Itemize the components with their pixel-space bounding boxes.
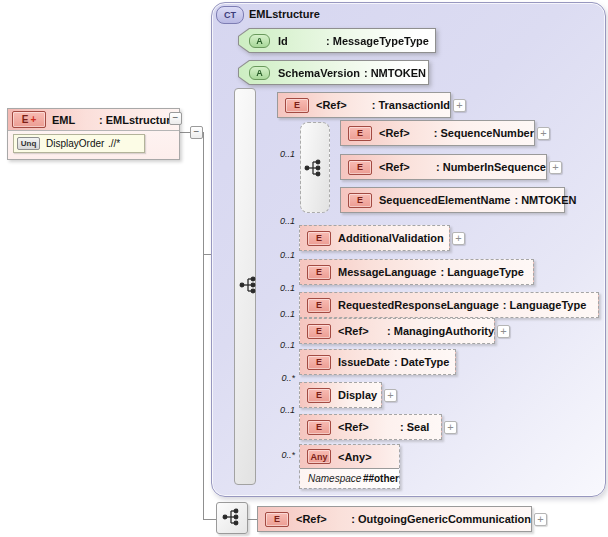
- element-sequencedelementname[interactable]: E SequencedElementName : NMTOKEN: [340, 187, 565, 213]
- namespace-value: ##other: [363, 473, 399, 484]
- occurrence-label: 0..*: [269, 450, 295, 460]
- element-type: : NumberInSequence: [436, 161, 546, 173]
- collapse-icon[interactable]: −: [169, 112, 182, 125]
- connector: [203, 519, 216, 520]
- element-icon: E: [348, 126, 372, 141]
- attribute-name: Id: [278, 35, 322, 47]
- element-numberinsequence[interactable]: E <Ref> : NumberInSequence: [340, 154, 547, 180]
- unique-icon: Unq: [17, 137, 40, 150]
- element-sequencenumber[interactable]: E <Ref> : SequenceNumber: [340, 120, 535, 146]
- element-name: <Ref>: [338, 421, 400, 433]
- element-any[interactable]: Any <Any> Namespace ##other: [299, 444, 400, 489]
- sequence-icon[interactable]: [238, 275, 258, 295]
- element-name: MessageLanguage: [338, 266, 436, 278]
- element-icon: E: [307, 420, 331, 435]
- element-icon: E: [265, 512, 289, 527]
- element-icon: E: [348, 160, 372, 175]
- occurrence-label: 0..1: [269, 250, 295, 260]
- element-icon: E: [307, 355, 331, 370]
- collapse-icon[interactable]: −: [190, 126, 203, 139]
- occurrence-label: 0..1: [269, 309, 295, 319]
- element-type: : Seal: [400, 421, 429, 433]
- global-element-icon: E+: [12, 111, 46, 128]
- occurrence-label: 0..1: [269, 216, 295, 226]
- element-additionalvalidation[interactable]: E AdditionalValidation: [299, 225, 450, 251]
- element-icon: E: [307, 265, 331, 280]
- element-type: : LanguageType: [440, 266, 524, 278]
- element-name: SequencedElementName: [379, 194, 510, 206]
- connector: [203, 132, 204, 519]
- unique-constraint[interactable]: Unq DisplayOrder .//*: [13, 134, 145, 153]
- element-icon: E: [307, 231, 331, 246]
- element-name: AdditionalValidation: [338, 232, 444, 244]
- element-name: <Ref>: [338, 325, 387, 337]
- sequence-icon[interactable]: [303, 158, 323, 178]
- element-type: : NMTOKEN: [514, 194, 576, 206]
- attribute-icon: A: [249, 34, 270, 48]
- element-requestedresponselanguage[interactable]: E RequestedResponseLanguage : LanguageTy…: [299, 292, 599, 318]
- sequence-icon: [221, 507, 241, 527]
- element-name: <Ref>: [296, 513, 351, 525]
- occurrence-label: 0..1: [269, 405, 295, 415]
- element-messagelanguage[interactable]: E MessageLanguage : LanguageType: [299, 259, 534, 285]
- element-name: <Any>: [338, 451, 372, 463]
- element-type: : SequenceNumber: [434, 127, 534, 139]
- expand-icon[interactable]: +: [384, 389, 397, 402]
- unique-xpath: .//*: [108, 138, 120, 149]
- element-icon: E: [307, 324, 331, 339]
- expand-icon[interactable]: +: [453, 99, 466, 112]
- any-namespace-row: Namespace ##other: [300, 469, 399, 488]
- attribute-type: : MessageTypeType: [326, 35, 429, 47]
- expand-icon[interactable]: +: [497, 325, 510, 338]
- element-name: Display: [338, 389, 377, 401]
- occurrence-label: 0..1: [269, 283, 295, 293]
- element-transactionid[interactable]: E <Ref> : TransactionId: [277, 92, 451, 118]
- element-type: : LanguageType: [503, 299, 587, 311]
- element-name: RequestedResponseLanguage: [338, 299, 499, 311]
- element-icon: E: [307, 388, 331, 403]
- expand-icon[interactable]: +: [549, 161, 562, 174]
- occurrence-label: 0..1: [269, 340, 295, 350]
- attribute-name: SchemaVersion: [278, 67, 360, 79]
- attribute-type: : NMTOKEN: [364, 67, 426, 79]
- schema-diagram: CT EMLstructure A Id : MessageTypeType A…: [0, 0, 608, 537]
- element-eml[interactable]: E+ EML : EMLstructure Unq DisplayOrder .…: [7, 108, 180, 160]
- element-issuedate[interactable]: E IssueDate : DateType: [299, 349, 456, 375]
- element-type: : OutgoingGenericCommunication: [351, 513, 531, 525]
- element-name: <Ref>: [379, 127, 434, 139]
- plus-glyph: +: [30, 115, 36, 125]
- element-name: <Ref>: [316, 99, 372, 111]
- unique-name: DisplayOrder: [46, 138, 108, 149]
- element-name: IssueDate: [338, 356, 390, 368]
- element-type: : EMLstructure: [99, 114, 177, 126]
- occurrence-label: 0..*: [269, 373, 295, 383]
- element-managingauthority[interactable]: E <Ref> : ManagingAuthority: [299, 318, 495, 344]
- element-icon: E: [285, 98, 309, 113]
- element-badge-letter: E: [22, 114, 29, 125]
- element-icon: E: [307, 298, 331, 313]
- expand-icon[interactable]: +: [534, 513, 547, 526]
- element-display[interactable]: E Display: [299, 382, 382, 408]
- namespace-label: Namespace: [308, 473, 363, 484]
- element-name: <Ref>: [379, 161, 436, 173]
- eml-header: E+ EML : EMLstructure: [8, 109, 179, 131]
- occurrence-label: 0..1: [269, 149, 295, 159]
- any-icon: Any: [307, 449, 331, 464]
- attribute-schemaversion[interactable]: A SchemaVersion : NMTOKEN: [238, 60, 429, 85]
- expand-icon[interactable]: +: [444, 421, 457, 434]
- element-icon: E: [348, 193, 372, 208]
- element-type: : DateType: [394, 356, 449, 368]
- expand-icon[interactable]: +: [452, 232, 465, 245]
- element-type: : ManagingAuthority: [387, 325, 494, 337]
- attribute-id[interactable]: A Id : MessageTypeType: [238, 28, 436, 53]
- complex-type-badge: CT: [216, 6, 244, 24]
- expand-icon[interactable]: +: [537, 127, 550, 140]
- element-type: : TransactionId: [372, 99, 450, 111]
- complex-type-title: EMLstructure: [249, 8, 320, 20]
- attribute-icon: A: [249, 66, 270, 80]
- element-seal[interactable]: E <Ref> : Seal: [299, 414, 442, 440]
- element-outgoinggenericcommunication[interactable]: E <Ref> : OutgoingGenericCommunication: [257, 506, 532, 532]
- any-header: Any <Any>: [300, 445, 399, 469]
- element-name: EML: [52, 114, 99, 126]
